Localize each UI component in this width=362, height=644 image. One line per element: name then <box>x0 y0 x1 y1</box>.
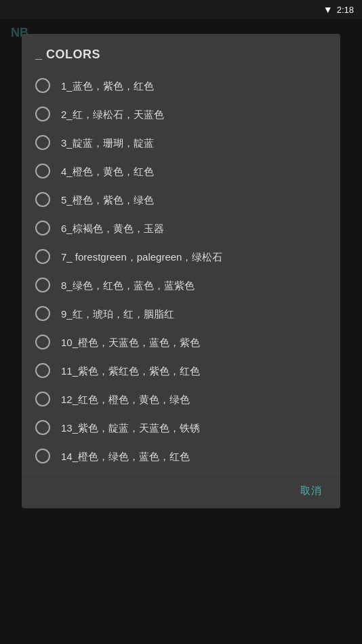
color-label-1: 1_蓝色，紫色，红色 <box>61 79 154 93</box>
color-label-5: 5_橙色，紫色，绿色 <box>61 193 154 207</box>
color-label-13: 13_紫色，靛蓝，天蓝色，铁锈 <box>61 421 200 435</box>
color-option-1[interactable]: 1_蓝色，紫色，红色 <box>22 71 340 100</box>
color-label-12: 12_红色，橙色，黄色，绿色 <box>61 392 190 406</box>
radio-circle-14 <box>35 449 50 463</box>
dialog-title: _ COLORS <box>22 34 340 69</box>
dialog-footer: 取消 <box>22 473 340 508</box>
radio-circle-13 <box>35 420 50 435</box>
color-option-8[interactable]: 8_绿色，红色，蓝色，蓝紫色 <box>22 271 340 299</box>
color-option-5[interactable]: 5_橙色，紫色，绿色 <box>22 185 340 214</box>
color-option-11[interactable]: 11_紫色，紫红色，紫色，红色 <box>22 356 340 385</box>
radio-circle-3 <box>35 135 50 150</box>
radio-circle-9 <box>35 306 50 321</box>
color-label-10: 10_橙色，天蓝色，蓝色，紫色 <box>61 335 200 349</box>
color-label-8: 8_绿色，红色，蓝色，蓝紫色 <box>61 278 195 292</box>
color-label-11: 11_紫色，紫红色，紫色，红色 <box>61 364 200 378</box>
color-option-14[interactable]: 14_橙色，绿色，蓝色，红色 <box>22 442 340 470</box>
color-option-9[interactable]: 9_红，琥珀，红，胭脂红 <box>22 299 340 328</box>
color-option-4[interactable]: 4_橙色，黄色，红色 <box>22 157 340 185</box>
radio-circle-1 <box>35 78 50 93</box>
color-label-6: 6_棕褐色，黄色，玉器 <box>61 221 164 235</box>
wifi-icon: ▼ <box>323 4 333 15</box>
status-bar: ▼ 2:18 <box>0 0 362 19</box>
color-label-3: 3_靛蓝，珊瑚，靛蓝 <box>61 136 154 150</box>
color-picker-dialog: _ COLORS 1_蓝色，紫色，红色2_红，绿松石，天蓝色3_靛蓝，珊瑚，靛蓝… <box>22 34 340 508</box>
radio-circle-8 <box>35 278 50 292</box>
color-option-7[interactable]: 7_ forestgreen，palegreen，绿松石 <box>22 242 340 271</box>
color-label-4: 4_橙色，黄色，红色 <box>61 164 154 178</box>
radio-circle-2 <box>35 107 50 121</box>
color-option-10[interactable]: 10_橙色，天蓝色，蓝色，紫色 <box>22 328 340 356</box>
color-option-6[interactable]: 6_棕褐色，黄色，玉器 <box>22 214 340 242</box>
radio-circle-12 <box>35 392 50 406</box>
color-option-12[interactable]: 12_红色，橙色，黄色，绿色 <box>22 385 340 413</box>
color-option-13[interactable]: 13_紫色，靛蓝，天蓝色，铁锈 <box>22 413 340 442</box>
cancel-button[interactable]: 取消 <box>295 482 327 500</box>
color-label-2: 2_红，绿松石，天蓝色 <box>61 107 164 121</box>
color-options-list[interactable]: 1_蓝色，紫色，红色2_红，绿松石，天蓝色3_靛蓝，珊瑚，靛蓝4_橙色，黄色，红… <box>22 69 340 473</box>
color-label-7: 7_ forestgreen，palegreen，绿松石 <box>61 250 222 264</box>
color-label-9: 9_红，琥珀，红，胭脂红 <box>61 307 174 321</box>
status-time: 2:18 <box>337 5 354 15</box>
color-option-3[interactable]: 3_靛蓝，珊瑚，靛蓝 <box>22 128 340 157</box>
radio-circle-5 <box>35 192 50 207</box>
radio-circle-10 <box>35 335 50 349</box>
radio-circle-6 <box>35 221 50 235</box>
radio-circle-11 <box>35 363 50 378</box>
color-label-14: 14_橙色，绿色，蓝色，红色 <box>61 449 190 463</box>
color-option-2[interactable]: 2_红，绿松石，天蓝色 <box>22 100 340 128</box>
radio-circle-4 <box>35 164 50 178</box>
radio-circle-7 <box>35 249 50 264</box>
